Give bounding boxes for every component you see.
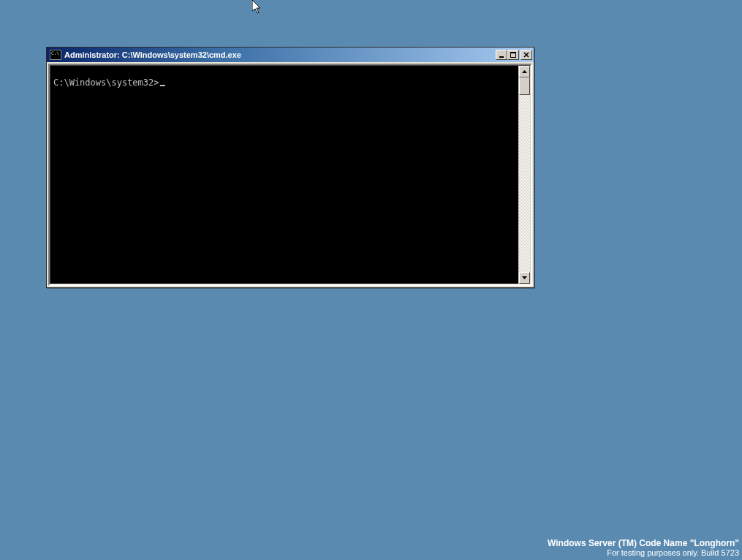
- console-area[interactable]: C:\Windows\system32>: [50, 65, 519, 284]
- window-controls: [496, 50, 532, 60]
- maximize-button[interactable]: [507, 50, 519, 60]
- console-prompt: C:\Windows\system32>: [53, 77, 159, 88]
- close-button[interactable]: [520, 50, 532, 60]
- vertical-scrollbar[interactable]: [519, 65, 531, 284]
- watermark-build: For testing purposes only. Build 5723: [548, 548, 739, 557]
- desktop-watermark: Windows Server (TM) Code Name "Longhorn"…: [548, 538, 739, 557]
- cmd-icon: [50, 50, 61, 60]
- window-body: C:\Windows\system32>: [48, 64, 532, 286]
- scroll-track[interactable]: [519, 77, 530, 272]
- svg-rect-0: [499, 56, 504, 58]
- watermark-product: Windows Server (TM) Code Name "Longhorn": [548, 538, 739, 548]
- minimize-button[interactable]: [496, 50, 507, 60]
- svg-rect-2: [510, 52, 516, 53]
- window-title: Administrator: C:\Windows\system32\cmd.e…: [64, 50, 496, 59]
- cmd-window: Administrator: C:\Windows\system32\cmd.e…: [46, 47, 534, 288]
- text-cursor: [160, 85, 165, 86]
- scroll-up-button[interactable]: [519, 66, 530, 77]
- scroll-down-button[interactable]: [519, 272, 530, 284]
- mouse-cursor-icon: [252, 0, 264, 15]
- titlebar[interactable]: Administrator: C:\Windows\system32\cmd.e…: [47, 48, 534, 62]
- scroll-thumb[interactable]: [519, 77, 530, 95]
